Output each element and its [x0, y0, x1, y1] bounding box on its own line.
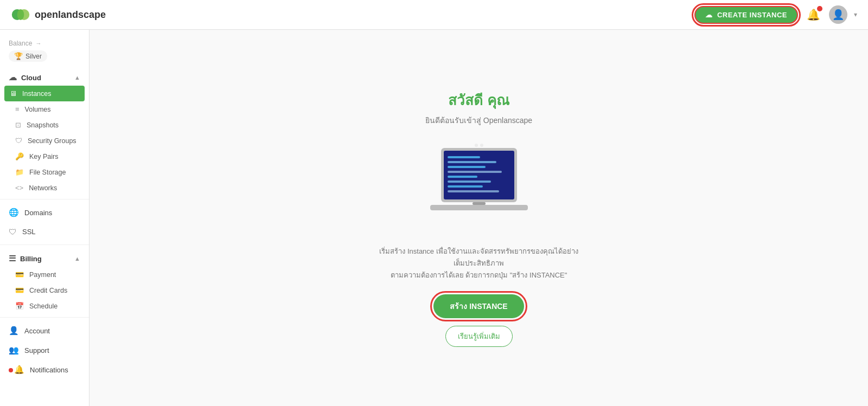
svg-rect-11	[448, 185, 483, 188]
snapshots-icon: ⊡	[15, 121, 21, 129]
key-pairs-icon: 🔑	[15, 152, 24, 160]
svg-point-15	[475, 144, 478, 147]
support-label: Support	[24, 346, 49, 355]
sidebar-notification-dot	[9, 368, 13, 372]
sidebar-item-schedule[interactable]: 📅 Schedule	[0, 298, 89, 314]
file-storage-icon: 📁	[15, 168, 24, 176]
billing-collapse-icon: ▲	[74, 255, 80, 262]
instances-icon: 🖥	[10, 89, 17, 98]
logo-text: openlandscape	[35, 9, 106, 21]
svg-rect-13	[473, 202, 486, 205]
schedule-icon: 📅	[15, 302, 24, 310]
credit-cards-label: Credit Cards	[29, 287, 67, 294]
welcome-title: สวัสดี คุณ	[448, 89, 509, 111]
sidebar-item-security-groups[interactable]: 🛡 Security Groups	[0, 133, 89, 149]
svg-rect-9	[448, 176, 477, 178]
instances-label: Instances	[22, 90, 52, 98]
svg-rect-14	[430, 205, 528, 210]
tier-label: Silver	[25, 53, 42, 60]
balance-label: Balance →	[9, 40, 80, 47]
cloud-section-header[interactable]: ☁ Cloud ▲	[0, 67, 89, 86]
sidebar-item-account[interactable]: 👤 Account	[0, 321, 89, 340]
main-content: สวัสดี คุณ ยินดีต้อนรับเข้าสู่ Openlansc…	[90, 30, 868, 406]
svg-rect-12	[448, 190, 499, 192]
divider-2	[0, 244, 89, 245]
networks-label: Networks	[29, 184, 57, 192]
billing-section-title: ☰ Billing	[9, 254, 42, 263]
svg-rect-7	[448, 166, 486, 168]
file-storage-label: File Storage	[29, 169, 66, 176]
account-icon: 👤	[9, 326, 19, 336]
domains-icon: 🌐	[9, 208, 19, 217]
balance-arrow-icon: →	[35, 40, 41, 47]
logo: openlandscape	[11, 5, 106, 24]
header: openlandscape ☁ CREATE INSTANCE 🔔 👤 ▾	[0, 0, 868, 30]
ssl-label: SSL	[22, 228, 36, 236]
svg-rect-10	[448, 181, 491, 183]
notification-bell-button[interactable]: 🔔	[805, 6, 822, 23]
notifications-label: Notifications	[30, 366, 68, 374]
create-instance-button[interactable]: ☁ CREATE INSTANCE	[694, 6, 798, 24]
payment-label: Payment	[29, 271, 56, 279]
sidebar-item-instances[interactable]: 🖥 Instances	[4, 86, 85, 101]
welcome-description: เริ่มสร้าง Instance เพื่อใช้งานและจัดสรร…	[376, 246, 582, 281]
welcome-subtitle: ยินดีต้อนรับเข้าสู่ Openlanscape	[425, 114, 532, 126]
svg-rect-5	[448, 156, 480, 158]
billing-nav-icon: ☰	[9, 254, 16, 263]
sidebar-item-volumes[interactable]: ≡ Volumes	[0, 101, 89, 117]
sidebar-item-domains[interactable]: 🌐 Domains	[0, 203, 89, 222]
divider-3	[0, 317, 89, 318]
volumes-label: Volumes	[25, 106, 51, 113]
learn-more-button[interactable]: เรียนรู้เพิ่มเติม	[445, 326, 513, 347]
schedule-label: Schedule	[29, 302, 58, 310]
svg-rect-8	[448, 171, 502, 173]
account-label: Account	[24, 327, 50, 335]
laptop-svg	[425, 143, 533, 227]
avatar-button[interactable]: 👤	[829, 5, 847, 24]
credit-cards-icon: 💳	[15, 286, 24, 294]
security-groups-icon: 🛡	[15, 137, 22, 145]
avatar-icon: 👤	[832, 9, 844, 21]
tier-badge[interactable]: 🏆 Silver	[9, 50, 47, 62]
cloud-collapse-icon: ▲	[74, 74, 80, 81]
payment-icon: 💳	[15, 270, 24, 279]
support-icon: 👥	[9, 345, 19, 355]
sidebar-item-snapshots[interactable]: ⊡ Snapshots	[0, 117, 89, 133]
sidebar-item-payment[interactable]: 💳 Payment	[0, 267, 89, 282]
layout: Balance → 🏆 Silver ☁ Cloud ▲ 🖥 Instances…	[0, 30, 868, 406]
sidebar-item-networks[interactable]: <> Networks	[0, 180, 89, 196]
networks-icon: <>	[15, 184, 23, 192]
key-pairs-label: Key Pairs	[29, 153, 59, 160]
create-instance-main-button[interactable]: สร้าง INSTANCE	[433, 294, 524, 318]
cloud-icon: ☁	[705, 11, 713, 19]
balance-section: Balance → 🏆 Silver	[0, 30, 89, 67]
sidebar-item-notifications[interactable]: 🔔 Notifications	[0, 360, 89, 379]
billing-section-header[interactable]: ☰ Billing ▲	[0, 248, 89, 267]
sidebar-bell-icon: 🔔	[9, 365, 24, 375]
laptop-illustration	[425, 143, 533, 229]
sidebar-item-key-pairs[interactable]: 🔑 Key Pairs	[0, 149, 89, 164]
tier-icon: 🏆	[14, 52, 23, 60]
domains-label: Domains	[24, 209, 52, 217]
create-instance-label: CREATE INSTANCE	[717, 11, 787, 19]
notification-badge	[817, 6, 822, 11]
divider-1	[0, 199, 89, 199]
svg-rect-6	[448, 161, 496, 163]
header-right: ☁ CREATE INSTANCE 🔔 👤 ▾	[694, 5, 857, 24]
svg-point-16	[480, 144, 483, 147]
chevron-down-icon[interactable]: ▾	[854, 11, 857, 18]
sidebar: Balance → 🏆 Silver ☁ Cloud ▲ 🖥 Instances…	[0, 30, 90, 406]
volumes-icon: ≡	[15, 105, 20, 113]
sidebar-item-ssl[interactable]: 🛡 SSL	[0, 222, 89, 241]
welcome-card: สวัสดี คุณ ยินดีต้อนรับเข้าสู่ Openlansc…	[354, 67, 604, 369]
logo-icon	[11, 5, 30, 24]
svg-point-2	[17, 9, 24, 20]
cloud-section-title: ☁ Cloud	[9, 73, 41, 82]
sidebar-item-file-storage[interactable]: 📁 File Storage	[0, 164, 89, 180]
security-groups-label: Security Groups	[28, 137, 76, 145]
sidebar-item-support[interactable]: 👥 Support	[0, 340, 89, 360]
sidebar-item-credit-cards[interactable]: 💳 Credit Cards	[0, 282, 89, 298]
ssl-icon: 🛡	[9, 227, 17, 236]
snapshots-label: Snapshots	[27, 121, 59, 129]
cloud-nav-icon: ☁	[9, 73, 17, 82]
